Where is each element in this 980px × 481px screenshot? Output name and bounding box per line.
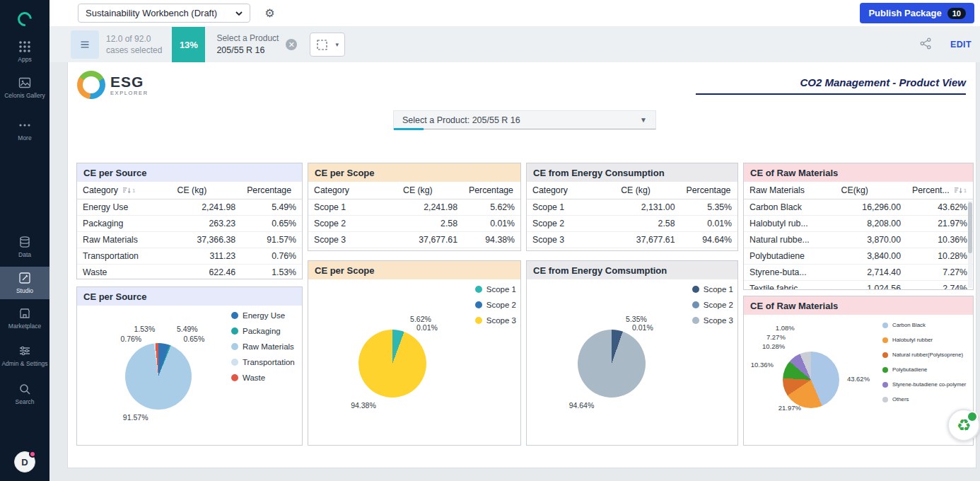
table-cell: 5.35% [681, 199, 737, 216]
filter-label: Select a Product [216, 33, 279, 45]
table-row[interactable]: Scope 337,677.6194.38% [308, 232, 520, 248]
menu-button[interactable] [71, 30, 99, 59]
table-row[interactable]: Raw Materials37,366.3891.57% [77, 232, 302, 248]
legend-item[interactable]: Others [882, 396, 966, 402]
legend-label: Natural rubber(Polyisoprene) [892, 352, 963, 358]
table-row[interactable]: Scope 12,131.005.35% [527, 199, 737, 216]
legend-item[interactable]: Natural rubber(Polyisoprene) [882, 352, 966, 358]
legend-item[interactable]: Transportation [231, 358, 295, 366]
celonis-logo[interactable] [13, 7, 37, 31]
table-cell: Styrene-buta... [744, 265, 836, 281]
table-row[interactable]: Scope 22.580.01% [308, 216, 520, 232]
table-row[interactable]: Styrene-buta...2,714.407.27% [744, 265, 973, 281]
pie-label: 94.38% [351, 401, 376, 410]
table-row[interactable]: Waste622.461.53% [77, 265, 302, 280]
filter-value: 205/55 R 16 [216, 45, 279, 57]
selection-tool-button[interactable]: ▾ [310, 33, 345, 57]
legend-item[interactable]: Scope 1 [692, 285, 733, 294]
column-header-category[interactable]: Category1 [77, 182, 172, 199]
legend-item[interactable]: Energy Use [231, 311, 295, 320]
ce-raw-materials-pie[interactable] [783, 352, 839, 408]
column-header-ce-kg[interactable]: CE(kg) [836, 182, 906, 199]
legend-item[interactable]: Scope 1 [475, 285, 516, 294]
user-avatar[interactable]: D [14, 451, 35, 473]
table-row[interactable]: Energy Use2,241.985.49% [77, 199, 302, 216]
table-row[interactable]: Packaging263.230.65% [77, 216, 302, 232]
clear-filter-button[interactable]: ✕ [286, 39, 297, 50]
sidebar-item-data[interactable]: Data [0, 231, 49, 264]
chart-legend: Scope 1Scope 2Scope 3 [475, 285, 516, 325]
legend-item[interactable]: Scope 2 [475, 301, 516, 309]
scrollbar-thumb[interactable] [968, 202, 972, 253]
table-row[interactable]: Scope 12,241.985.62% [308, 199, 520, 216]
legend-item[interactable]: Styrene-butadiene co-polymer [882, 381, 966, 388]
table-cell: 2,714.40 [836, 265, 906, 281]
sidebar-item-celonis-gallery[interactable]: Celonis Gallery [0, 71, 49, 105]
legend-item[interactable]: Packaging [231, 327, 295, 335]
table-row[interactable]: Polybutadiene3,840.0010.28% [744, 248, 973, 265]
table-cell: Raw Materials [77, 232, 172, 248]
column-header-category[interactable]: Category [527, 182, 615, 199]
panel-title-text: CE from Energy Comsumption [533, 265, 667, 276]
sidebar-item-admin-settings[interactable]: Admin & Settings [0, 340, 49, 373]
table-header-row: Raw Materials CE(kg) Percent...1 [744, 182, 973, 199]
table-row[interactable]: Halobutyl rub...8,208.0021.97% [744, 216, 973, 232]
sidebar-item-marketplace[interactable]: Marketplace [0, 302, 49, 335]
legend-item[interactable]: Waste [231, 373, 295, 382]
legend-item[interactable]: Carbon Black [882, 322, 966, 328]
column-header-ce-kg[interactable]: CE (kg) [615, 182, 680, 199]
sidebar-item-search[interactable]: Search [0, 378, 49, 411]
legend-swatch [882, 367, 888, 373]
column-header-percentage[interactable]: Percentage [463, 182, 520, 199]
legend-item[interactable]: Scope 2 [692, 301, 733, 309]
table-row[interactable]: Transportation311.230.76% [77, 248, 302, 265]
sidebar-item-apps[interactable]: Apps [0, 35, 49, 69]
pie-label: 43.62% [847, 375, 870, 383]
legend-swatch [231, 328, 238, 335]
table-cell: Scope 2 [308, 216, 397, 232]
active-filter-chip[interactable]: Select a Product 205/55 R 16 [216, 33, 279, 57]
edit-button[interactable]: EDIT [946, 39, 976, 50]
panel-header: CE per Source [77, 287, 302, 306]
workbench-selector[interactable]: Sustainability Workbench (Draft) [78, 4, 250, 23]
legend-swatch [231, 343, 238, 350]
settings-button[interactable]: ⚙ [263, 5, 276, 21]
legend-item[interactable]: Scope 3 [475, 316, 516, 325]
legend-item[interactable]: Halobutyl rubber [882, 337, 966, 343]
pie-label: 10.36% [751, 360, 774, 368]
legend-swatch [475, 301, 482, 308]
product-selector[interactable]: Select a Product: 205/55 R 16 ▼ [393, 110, 656, 129]
column-header-percentage[interactable]: Percentage [681, 182, 737, 199]
column-header-percentage[interactable]: Percentage [241, 182, 302, 199]
column-header-ce-kg[interactable]: CE (kg) [172, 182, 242, 199]
sidebar-item-more[interactable]: More [0, 114, 49, 147]
legend-item[interactable]: Polybutadiene [882, 366, 966, 373]
column-header-category[interactable]: Category [308, 182, 397, 199]
legend-item[interactable]: Scope 3 [692, 316, 733, 325]
sidebar: Apps Celonis Gallery More Data [0, 0, 49, 481]
sidebar-item-label: Studio [16, 287, 33, 295]
ce-energy-pie[interactable] [578, 330, 646, 398]
table-row[interactable]: Natural rubbe...3,870.0010.36% [744, 232, 973, 248]
table-cell: 2,241.98 [172, 199, 242, 216]
table-cell: Scope 3 [308, 232, 397, 248]
column-header-raw-materials[interactable]: Raw Materials [744, 182, 836, 199]
table-row[interactable]: Carbon Black16,296.0043.62% [744, 199, 973, 216]
gear-icon: ⚙ [264, 7, 274, 19]
legend-swatch [231, 359, 238, 366]
legend-item[interactable]: Raw Materials [231, 342, 295, 351]
column-label: CE (kg) [177, 185, 207, 195]
table-cell: 263.23 [172, 216, 242, 232]
publish-package-button[interactable]: Publish Package 10 [860, 3, 974, 23]
table-row[interactable]: Textile fabric1,024.562.74% [744, 281, 973, 291]
column-header-ce-kg[interactable]: CE (kg) [397, 182, 463, 199]
column-header-percent[interactable]: Percent...1 [906, 182, 973, 199]
table-row[interactable]: Scope 22.580.01% [527, 216, 737, 232]
ce-per-source-pie[interactable] [125, 343, 192, 410]
ce-per-scope-pie[interactable] [358, 330, 426, 398]
sidebar-item-studio[interactable]: Studio [0, 267, 49, 300]
share-button[interactable] [918, 36, 933, 53]
table-row[interactable]: Scope 337,677.6194.64% [527, 232, 737, 248]
refresh-recycle-button[interactable]: ♻ [947, 409, 980, 441]
share-icon [920, 37, 932, 50]
